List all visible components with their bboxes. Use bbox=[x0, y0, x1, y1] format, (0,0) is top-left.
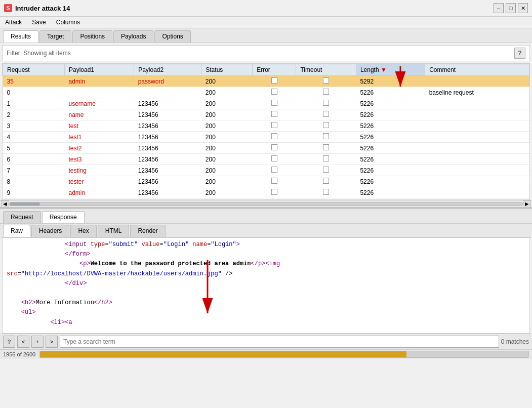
search-input[interactable] bbox=[60, 336, 499, 348]
table-row[interactable]: 3 test 123456 200 5226 bbox=[3, 120, 529, 132]
menu-attack[interactable]: Attack bbox=[2, 18, 25, 27]
tab-target[interactable]: Target bbox=[39, 30, 71, 43]
tab-payloads[interactable]: Payloads bbox=[113, 30, 153, 43]
timeout-checkbox[interactable] bbox=[323, 122, 329, 128]
cell-length: 5226 bbox=[356, 176, 425, 187]
cell-payload1: test2 bbox=[64, 143, 134, 154]
cell-length: 5226 bbox=[356, 143, 425, 154]
cell-status: 200 bbox=[201, 187, 253, 198]
help-button[interactable]: ? bbox=[3, 336, 15, 348]
cell-payload1: admin bbox=[64, 187, 134, 198]
timeout-checkbox[interactable] bbox=[323, 155, 329, 161]
code-tab-hex[interactable]: Hex bbox=[70, 225, 96, 237]
filter-help-button[interactable]: ? bbox=[514, 48, 525, 59]
code-tab-html[interactable]: HTML bbox=[98, 225, 130, 237]
col-payload2[interactable]: Payload2 bbox=[134, 64, 201, 76]
table-row[interactable]: 9 admin 123456 200 5226 bbox=[3, 187, 529, 198]
timeout-checkbox[interactable] bbox=[323, 144, 329, 150]
error-checkbox[interactable] bbox=[271, 77, 277, 84]
col-length[interactable]: Length ▼ bbox=[356, 64, 425, 76]
error-checkbox[interactable] bbox=[271, 122, 277, 128]
cell-request: 8 bbox=[3, 176, 65, 187]
tab-response[interactable]: Response bbox=[42, 211, 85, 223]
error-checkbox[interactable] bbox=[271, 111, 277, 117]
error-checkbox[interactable] bbox=[271, 178, 277, 184]
cell-payload2: 123456 bbox=[134, 154, 201, 165]
timeout-checkbox[interactable] bbox=[323, 100, 329, 106]
timeout-checkbox[interactable] bbox=[323, 133, 329, 139]
table-row[interactable]: 35 admin password 200 5292 bbox=[3, 76, 529, 87]
cell-payload1: tester bbox=[64, 176, 134, 187]
error-checkbox[interactable] bbox=[271, 89, 277, 95]
table-row[interactable]: 8 tester 123456 200 5226 bbox=[3, 176, 529, 187]
col-status[interactable]: Status bbox=[201, 64, 253, 76]
table-row[interactable]: 7 testing 123456 200 5226 bbox=[3, 165, 529, 176]
code-tab-raw[interactable]: Raw bbox=[3, 225, 30, 237]
error-checkbox[interactable] bbox=[271, 189, 277, 195]
cell-length: 5226 bbox=[356, 154, 425, 165]
tab-results[interactable]: Results bbox=[3, 30, 38, 43]
table-row[interactable]: 4 test1 123456 200 5226 bbox=[3, 132, 529, 143]
close-button[interactable]: ✕ bbox=[518, 3, 528, 13]
timeout-checkbox[interactable] bbox=[323, 167, 329, 173]
cell-timeout bbox=[296, 187, 356, 198]
back-button[interactable]: < bbox=[17, 336, 29, 348]
code-text bbox=[7, 241, 65, 248]
cell-payload2: 123456 bbox=[134, 187, 201, 198]
error-checkbox[interactable] bbox=[271, 144, 277, 150]
tab-options[interactable]: Options bbox=[154, 30, 190, 43]
cell-error bbox=[253, 165, 296, 176]
progress-fill bbox=[40, 351, 406, 357]
col-request[interactable]: Request bbox=[3, 64, 65, 76]
table-row[interactable]: 0 200 5226 baseline request bbox=[3, 87, 529, 98]
cell-timeout bbox=[296, 109, 356, 120]
timeout-checkbox[interactable] bbox=[323, 189, 329, 195]
cell-payload2: 123456 bbox=[134, 132, 201, 143]
results-table-container[interactable]: Request Payload1 Payload2 Status Error T… bbox=[2, 63, 530, 200]
code-line-4: src="http://localhost/DVWA-master/hackab… bbox=[7, 269, 525, 279]
cell-payload1: test3 bbox=[64, 154, 134, 165]
col-timeout[interactable]: Timeout bbox=[296, 64, 356, 76]
timeout-checkbox[interactable] bbox=[323, 77, 329, 84]
error-checkbox[interactable] bbox=[271, 167, 277, 173]
scroll-right-arrow[interactable]: ▶ bbox=[523, 200, 531, 208]
timeout-checkbox[interactable] bbox=[323, 89, 329, 95]
table-row[interactable]: 6 test3 123456 200 5226 bbox=[3, 154, 529, 165]
error-checkbox[interactable] bbox=[271, 155, 277, 161]
cell-request: 9 bbox=[3, 187, 65, 198]
timeout-checkbox[interactable] bbox=[323, 111, 329, 117]
menu-columns[interactable]: Columns bbox=[53, 18, 83, 27]
scroll-track[interactable] bbox=[9, 202, 523, 206]
table-row[interactable]: 5 test2 123456 200 5226 bbox=[3, 143, 529, 154]
col-error[interactable]: Error bbox=[253, 64, 296, 76]
cell-payload1: test bbox=[64, 120, 134, 132]
tab-request[interactable]: Request bbox=[3, 211, 41, 223]
cell-request: 3 bbox=[3, 120, 65, 132]
cell-payload1: username bbox=[64, 98, 134, 109]
cell-status: 200 bbox=[201, 143, 253, 154]
horizontal-scrollbar[interactable]: ◀ ▶ bbox=[0, 200, 532, 207]
scroll-thumb[interactable] bbox=[10, 202, 40, 206]
col-payload1[interactable]: Payload1 bbox=[64, 64, 134, 76]
error-checkbox[interactable] bbox=[271, 100, 277, 106]
maximize-button[interactable]: □ bbox=[506, 3, 516, 13]
cell-payload1: test1 bbox=[64, 132, 134, 143]
scroll-left-arrow[interactable]: ◀ bbox=[1, 200, 9, 208]
timeout-checkbox[interactable] bbox=[323, 178, 329, 184]
table-row[interactable]: 2 name 123456 200 5226 bbox=[3, 109, 529, 120]
add-button[interactable]: + bbox=[31, 336, 44, 348]
forward-button[interactable]: > bbox=[46, 336, 58, 348]
table-row[interactable]: 1 username 123456 200 5226 bbox=[3, 98, 529, 109]
code-tab-render[interactable]: Render bbox=[130, 225, 165, 237]
tab-positions[interactable]: Positions bbox=[72, 30, 112, 43]
cell-comment bbox=[425, 109, 529, 120]
menu-save[interactable]: Save bbox=[29, 18, 49, 27]
minimize-button[interactable]: – bbox=[494, 3, 504, 13]
code-tab-headers[interactable]: Headers bbox=[31, 225, 69, 237]
code-display[interactable]: <input type="submit" value="Login" name=… bbox=[2, 237, 530, 334]
cell-timeout bbox=[296, 176, 356, 187]
progress-bar-area: 1956 of 2600 bbox=[0, 349, 532, 359]
cell-timeout bbox=[296, 120, 356, 132]
error-checkbox[interactable] bbox=[271, 133, 277, 139]
col-comment[interactable]: Comment bbox=[425, 64, 529, 76]
